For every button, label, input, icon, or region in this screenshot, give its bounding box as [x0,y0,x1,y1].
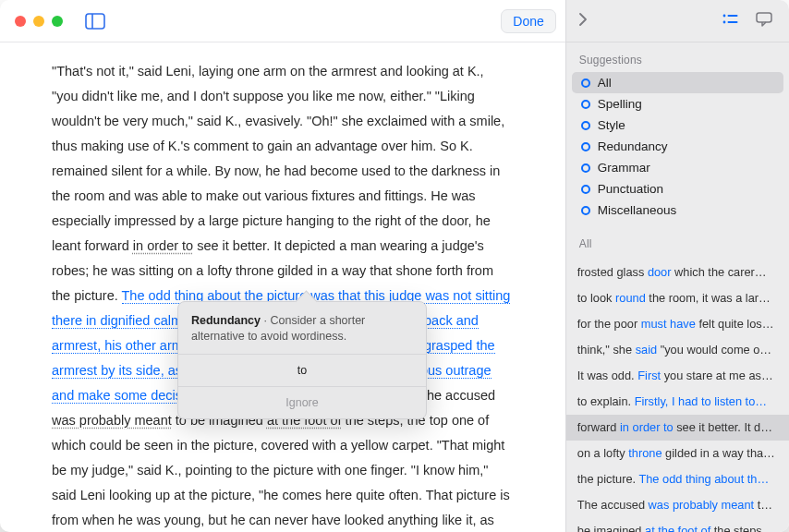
filter-item[interactable]: All [572,72,783,93]
chevron-right-icon[interactable] [577,11,589,30]
inspector-section-title: Suggestions [566,42,789,72]
flagged-phrase-in-order-to[interactable]: in order to [133,238,193,253]
filter-item[interactable]: Miscellaneous [572,200,783,221]
filter-label: Punctuation [598,182,663,196]
close-window-button[interactable] [15,16,26,27]
suggestion-item[interactable]: the picture. The odd thing about th… [566,466,789,492]
suggestion-highlight: at the foot of [645,524,710,532]
popover-apply-suggestion[interactable]: to [178,354,426,386]
filter-bullet-icon [581,206,590,215]
suggestion-pre: the picture. [577,472,639,486]
zoom-window-button[interactable] [52,16,63,27]
suggestion-post: felt quite los… [696,317,774,331]
comments-icon[interactable] [756,12,772,30]
filter-bullet-icon [581,163,590,173]
suggestion-highlight: First [637,369,661,382]
filter-list: AllSpellingStyleRedundancyGrammarPunctua… [566,72,789,224]
suggestion-highlight: Firstly, I had to listen to… [635,394,767,408]
filter-item[interactable]: Spelling [572,93,783,115]
suggestion-post: the room, it was a lar… [646,291,771,305]
filter-label: Spelling [598,97,642,111]
filter-item[interactable]: Punctuation [572,178,783,200]
filter-item[interactable]: Style [572,115,783,136]
suggestion-item[interactable]: The accused was probably meant t… [566,492,789,518]
popover-category: Redundancy [191,314,261,327]
suggestion-pre: forward [577,420,620,434]
svg-point-4 [723,21,726,24]
suggestions-list-icon[interactable] [722,13,739,29]
inspector-panel: Suggestions AllSpellingStyleRedundancyGr… [565,0,789,532]
done-button[interactable]: Done [501,9,555,33]
filter-label: Miscellaneous [598,203,677,217]
popover-header: Redundancy · Consider a shorter alternat… [178,302,426,354]
suggestion-item[interactable]: to look round the room, it was a lar… [566,285,789,311]
suggestion-pre: for the poor [577,317,641,331]
suggestion-item[interactable]: It was odd. First you stare at me as… [566,363,789,389]
filter-bullet-icon [581,142,590,151]
suggestion-pre: to look [577,291,615,305]
suggestion-pre: to explain. [577,394,635,408]
text-run: The accused [415,388,495,403]
document-text[interactable]: "That's not it," said Leni, laying one a… [52,59,514,532]
suggestion-pre: on a lofty [577,446,629,460]
suggestion-item[interactable]: think," she said "you would come o… [566,337,789,363]
suggestion-post: "you would come o… [657,343,771,357]
suggestion-pre: think," she [577,343,636,357]
suggestion-pre: It was odd. [577,369,637,382]
suggestion-popover: Redundancy · Consider a shorter alternat… [177,301,427,419]
suggestion-post: gilded in a way tha… [662,446,775,460]
suggestion-post: you stare at me as… [661,369,773,382]
filter-label: Redundancy [598,139,668,153]
svg-rect-5 [728,21,738,23]
minimize-window-button[interactable] [33,16,44,27]
suggestion-pre: frosted glass [577,265,648,279]
suggestion-highlight: must have [641,317,696,331]
suggestion-item[interactable]: on a lofty throne gilded in a way tha… [566,441,789,466]
suggestion-post: which the carer… [672,265,767,279]
suggestion-post: t… [754,498,772,512]
suggestion-pre: be imagined [577,524,645,532]
svg-point-2 [723,15,726,18]
suggestion-highlight: throne [628,446,662,460]
suggestion-highlight: said [636,343,657,357]
window-body: Done "That's not it," said Leni, laying … [0,0,789,532]
suggestion-post: the steps… [710,524,773,532]
text-run: the steps, the top one of which could be… [52,413,510,532]
filter-bullet-icon [581,79,590,88]
suggestion-highlight: in order to [620,420,674,434]
svg-rect-6 [757,13,771,22]
filter-bullet-icon [581,185,590,194]
suggestions-list[interactable]: frosted glass door which the carer…to lo… [566,256,789,532]
svg-rect-0 [86,14,104,29]
filter-bullet-icon [581,100,590,109]
titlebar: Done [0,0,565,42]
traffic-lights [15,16,63,27]
svg-rect-3 [728,15,738,17]
suggestion-highlight: The odd thing about th… [638,472,769,486]
sidebar-toggle-button[interactable] [85,13,105,30]
inspector-toolbar [566,0,789,42]
suggestion-item[interactable]: be imagined at the foot of the steps… [566,518,789,532]
filter-label: Grammar [598,161,650,175]
suggestion-highlight: door [648,265,672,279]
app-window: Done "That's not it," said Leni, laying … [0,0,789,532]
text-run: "That's not it," said Leni, laying one a… [52,64,504,253]
popover-ignore-button[interactable]: Ignore [178,386,426,418]
filter-label: All [598,76,612,90]
suggestion-item[interactable]: for the poor must have felt quite los… [566,311,789,337]
filter-item[interactable]: Grammar [572,157,783,178]
filter-item[interactable]: Redundancy [572,136,783,157]
suggestion-pre: The accused [577,498,649,512]
filter-bullet-icon [581,121,590,130]
suggestion-highlight: round [615,291,646,305]
editor-pane[interactable]: "That's not it," said Leni, laying one a… [0,42,565,532]
suggestion-item[interactable]: frosted glass door which the carer… [566,260,789,285]
suggestions-list-heading: All [566,224,789,256]
suggestion-post: see it better. It d… [674,420,772,434]
suggestion-item[interactable]: forward in order to see it better. It d… [566,415,789,441]
inspector-mode-icons [722,12,772,30]
suggestion-item[interactable]: to explain. Firstly, I had to listen to… [566,389,789,415]
flagged-phrase-was-probably-meant[interactable]: was probably meant [52,413,172,428]
suggestion-highlight: was probably meant [649,498,755,512]
filter-label: Style [598,118,625,132]
